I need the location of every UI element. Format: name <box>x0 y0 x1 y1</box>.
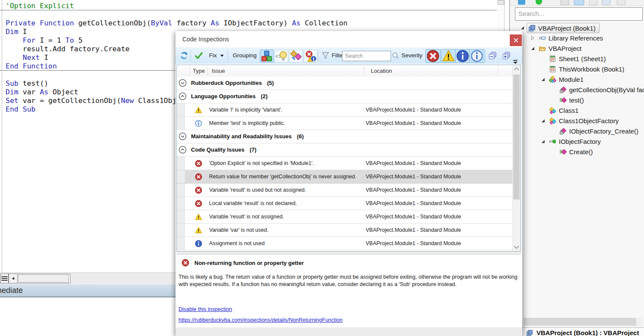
collapse-group-icon[interactable] <box>179 92 187 100</box>
explorer-search-input[interactable]: Search... <box>515 7 643 21</box>
clipped-run-icon[interactable] <box>536 0 542 5</box>
issue-text: 'Option Explicit' is not specified in 'M… <box>209 160 314 166</box>
tree-item-getcollectionobj-byval-fact[interactable]: getCollectionObj(ByVal fact <box>510 84 644 95</box>
severity-suggestion-toggle[interactable] <box>455 49 470 63</box>
group-by-type-button[interactable] <box>260 50 274 62</box>
tree-item-thisworkbook-book1[interactable]: ThisWorkbook (Book1) <box>510 64 644 74</box>
tree-node[interactable]: ThisWorkbook (Book1) <box>549 64 624 74</box>
toolbar-separator <box>318 50 318 62</box>
collapse-node-icon[interactable] <box>540 138 546 144</box>
collapse-node-icon[interactable] <box>540 118 546 124</box>
clipped-toolbar-icon[interactable] <box>561 0 569 5</box>
inspection-result-row[interactable]: Variable 'I' is implicitly 'Variant'.VBA… <box>177 103 513 117</box>
collapse-group-icon[interactable] <box>179 146 187 154</box>
inspection-result-row[interactable]: Variable 'var' is not used.VBAProject.Mo… <box>177 224 513 237</box>
tree-node[interactable]: Module1 <box>549 75 584 84</box>
inspections-toolbar: Fix Grouping <> Filter Search Severity <box>176 47 522 64</box>
search-icon[interactable] <box>391 52 399 59</box>
tree-item-iobjectfactory[interactable]: IObjectFactory <box>510 136 644 146</box>
tree-item-vbaproject[interactable]: VBAProject <box>510 43 644 53</box>
tree-item-sheet1-sheet1[interactable]: Sheet1 (Sheet1) <box>510 53 644 64</box>
close-button[interactable] <box>510 34 522 46</box>
tree-node[interactable]: Library References <box>539 33 603 43</box>
column-header-issue[interactable]: Issue <box>212 68 225 74</box>
severity-warning-toggle[interactable] <box>441 49 456 63</box>
expand-group-icon[interactable] <box>179 79 187 87</box>
scroll-left-button[interactable] <box>9 274 18 283</box>
expand-group-icon[interactable] <box>179 132 187 140</box>
fix-label[interactable]: Fix <box>209 52 217 59</box>
group-by-inspection-button[interactable]: <> <box>274 50 288 62</box>
inspection-group-row[interactable]: Maintainability and Readability Issues(6… <box>177 130 513 143</box>
clipped-refresh-icon[interactable] <box>518 0 525 5</box>
tree-item-test[interactable]: test() <box>510 95 644 105</box>
collapse-node-icon[interactable] <box>530 45 536 51</box>
inspections-search-input[interactable]: Search <box>342 51 391 61</box>
tree-item-iobjectfactory-create[interactable]: IObjectFactory_Create() <box>510 126 644 136</box>
inspection-group-row[interactable]: Code Quality Issues(7) <box>177 143 513 157</box>
grid-vertical-scrollbar[interactable] <box>512 65 521 251</box>
selected-node[interactable]: VBAProject (Book1) <box>527 23 600 33</box>
fix-dropdown-caret[interactable] <box>220 55 224 57</box>
inspection-result-row[interactable]: 'Option Explicit' is not specified in 'M… <box>177 157 513 170</box>
inspection-result-row[interactable]: Member 'test' is implicitly public.VBAPr… <box>177 117 513 130</box>
scroll-down-button[interactable] <box>514 245 519 249</box>
disable-inspection-link[interactable]: Disable this inspection <box>179 306 232 312</box>
fix-button[interactable] <box>194 51 203 60</box>
tree-node[interactable]: IObjectFactory_Create() <box>559 126 638 136</box>
tree-node[interactable]: Class1 <box>549 106 579 115</box>
clipped-toolbar-icon[interactable] <box>574 0 584 5</box>
inspection-result-row[interactable]: Local variable 'result' is not declared.… <box>177 197 513 210</box>
filter-icon[interactable] <box>321 51 330 59</box>
split-handle-icon[interactable] <box>0 274 9 283</box>
expand-all-button[interactable] <box>502 51 511 60</box>
inspection-result-row[interactable]: Return value for member 'getCollectionOb… <box>177 170 513 184</box>
explorer-horizontal-scrollbar[interactable] <box>514 317 643 326</box>
tree-node[interactable]: Class1ObjectFactory <box>549 116 619 125</box>
clipped-toolbar-icon[interactable] <box>602 0 610 5</box>
tree-item-library-references[interactable]: Library References <box>510 33 644 43</box>
tree-node[interactable]: test() <box>559 95 584 105</box>
tree-node-label: test() <box>569 96 584 104</box>
group-by-severity-button[interactable] <box>304 50 317 62</box>
immediate-title: Immediate <box>0 286 23 295</box>
tree-item-class1objectfactory[interactable]: Class1ObjectFactory <box>510 115 644 126</box>
group-by-location-button[interactable] <box>289 50 303 62</box>
scroll-up-button[interactable] <box>514 67 519 71</box>
grid-vscroll-thumb[interactable] <box>513 75 520 199</box>
collapse-all-button[interactable] <box>488 51 497 60</box>
hscroll-track[interactable] <box>17 274 71 283</box>
tree-node[interactable]: IObjectFactory <box>549 137 601 146</box>
inspection-result-row[interactable]: Assignment is not usedVBAProject.Module1… <box>177 237 513 250</box>
inspection-group-row[interactable]: Rubberduck Opportunities(5) <box>177 77 513 90</box>
inspection-group-row[interactable]: Language Opportunities(2) <box>177 90 513 103</box>
severity-hint-toggle[interactable] <box>469 49 484 63</box>
toolbar-overflow-button[interactable] <box>513 59 518 65</box>
column-header-location[interactable]: Location <box>371 68 392 74</box>
inspection-result-row[interactable]: Variable 'result' is used but not assign… <box>177 184 513 197</box>
collapse-node-icon[interactable] <box>519 25 525 31</box>
expand-node-icon[interactable] <box>530 35 536 41</box>
location-text: VBAProject.Module1 - Standard Module <box>366 214 461 220</box>
tree-node[interactable]: Create() <box>559 147 593 156</box>
tree-item-module1[interactable]: Module1 <box>510 74 644 84</box>
tree-node[interactable]: VBAProject <box>539 44 582 53</box>
collapse-node-icon[interactable] <box>540 76 546 82</box>
clipped-toolbar-icon[interactable] <box>589 0 598 5</box>
explorer-hscroll-thumb[interactable] <box>524 318 636 326</box>
clipped-toolbar-icon[interactable] <box>617 0 626 5</box>
column-header-type[interactable]: Type <box>193 68 205 74</box>
refresh-button[interactable] <box>180 51 188 60</box>
dialog-titlebar[interactable]: Code Inspections <box>176 31 522 47</box>
tree-node[interactable]: getCollectionObj(ByVal fact <box>559 85 644 94</box>
tree-item-class1[interactable]: Class1 <box>510 105 644 115</box>
tree-node[interactable]: Sheet1 (Sheet1) <box>549 54 606 63</box>
tree-item-vbaproject-book1[interactable]: VBAProject (Book1) <box>510 22 644 33</box>
hscroll-thumb[interactable] <box>18 274 69 283</box>
inspections-grid: Type Issue Location Rubberduck Opportuni… <box>176 65 521 252</box>
severity-error-toggle[interactable] <box>425 49 441 63</box>
tree-item-create[interactable]: Create() <box>510 146 644 157</box>
inspection-result-row[interactable]: Variable 'result' is not assigned.VBAPro… <box>177 210 513 224</box>
inspection-details-link[interactable]: https://rubberduckvba.com/inspections/de… <box>179 317 342 323</box>
vscroll-button[interactable] <box>498 0 504 5</box>
